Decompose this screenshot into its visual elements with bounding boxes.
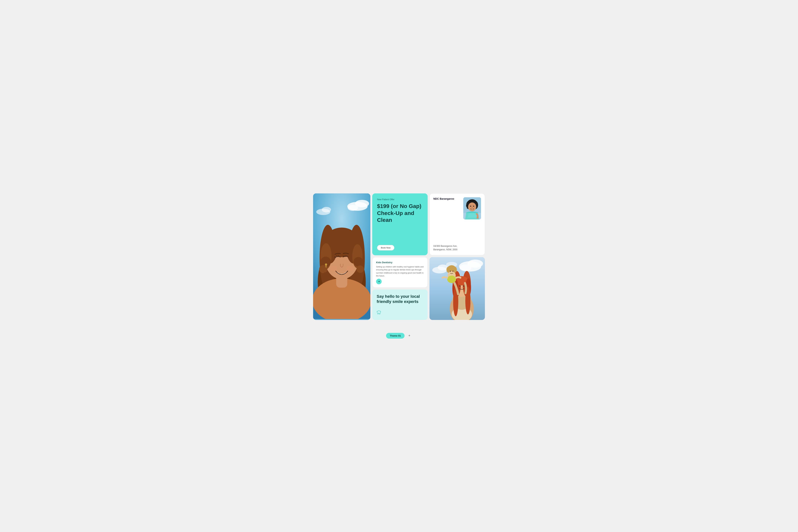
add-tab-button[interactable]: +	[407, 333, 412, 338]
svg-point-93	[471, 207, 473, 208]
offer-tag-2: New Patient Offer	[377, 198, 423, 201]
dentist-photo	[463, 197, 481, 220]
kids-desc-2: Setting up children with healthy oral hy…	[376, 265, 424, 277]
svg-point-88	[468, 203, 476, 211]
tab-bar: Theme 01 +	[386, 333, 412, 339]
kids-content: Kids Dentistry Setting up children with …	[376, 261, 424, 277]
svg-point-125	[450, 271, 451, 272]
svg-point-74	[329, 266, 338, 271]
kids-card-2: Kids Dentistry Setting up children with …	[372, 257, 428, 288]
svg-point-95	[476, 216, 479, 219]
svg-point-117	[460, 286, 460, 286]
svg-point-73	[357, 265, 364, 273]
hello-title: Say hello to your local friendly smile e…	[377, 294, 423, 304]
clinic-name-2: NDC Barangaroo	[433, 197, 454, 200]
kids-arrow-btn[interactable]	[376, 279, 382, 284]
offer-title-2: $199 (or No Gap) Check-Up and Clean	[377, 203, 423, 224]
svg-point-71	[322, 272, 329, 279]
svg-point-77	[325, 265, 327, 268]
theme-01-tab[interactable]: Theme 01	[386, 333, 404, 339]
address-text: 04/300 Barangaroo Ave, Barangaroo, NSW, …	[433, 244, 481, 251]
svg-point-72	[354, 257, 363, 267]
svg-point-115	[459, 285, 460, 286]
svg-point-90	[473, 206, 474, 207]
book-button[interactable]: Book Now	[377, 245, 394, 250]
svg-point-57	[322, 207, 331, 212]
clinic-header: NDC Barangaroo	[433, 197, 481, 220]
svg-point-116	[463, 285, 464, 286]
svg-point-89	[470, 206, 471, 207]
clinic-card-2: NDC Barangaroo	[430, 193, 485, 255]
svg-point-55	[348, 205, 358, 211]
offer-top: New Patient Offer $199 (or No Gap) Check…	[377, 198, 423, 224]
svg-point-54	[355, 200, 369, 207]
svg-point-92	[474, 206, 474, 206]
full-layout: New Patient Offer $199 (or No Gap) Check…	[313, 193, 485, 339]
svg-point-118	[464, 286, 464, 286]
svg-point-101	[438, 265, 448, 270]
offer-card-2: New Patient Offer $199 (or No Gap) Check…	[372, 193, 428, 255]
family-photo-cell	[430, 257, 485, 320]
clinic-address-2: 04/300 Barangaroo Ave, Barangaroo, NSW, …	[433, 244, 481, 251]
svg-point-91	[471, 206, 471, 206]
svg-point-124	[453, 267, 457, 273]
card-grid: New Patient Offer $199 (or No Gap) Check…	[313, 193, 485, 320]
svg-point-126	[453, 271, 454, 272]
svg-point-123	[446, 267, 450, 273]
offer-bottom: Book Now	[377, 245, 423, 250]
svg-point-99	[460, 265, 471, 271]
tooth-icon	[377, 310, 423, 316]
svg-point-120	[447, 276, 456, 283]
hero-photo-cell	[313, 193, 370, 320]
hello-card: Say hello to your local friendly smile e…	[372, 289, 428, 320]
svg-point-75	[346, 266, 354, 271]
kids-title-2: Kids Dentistry	[376, 261, 424, 264]
